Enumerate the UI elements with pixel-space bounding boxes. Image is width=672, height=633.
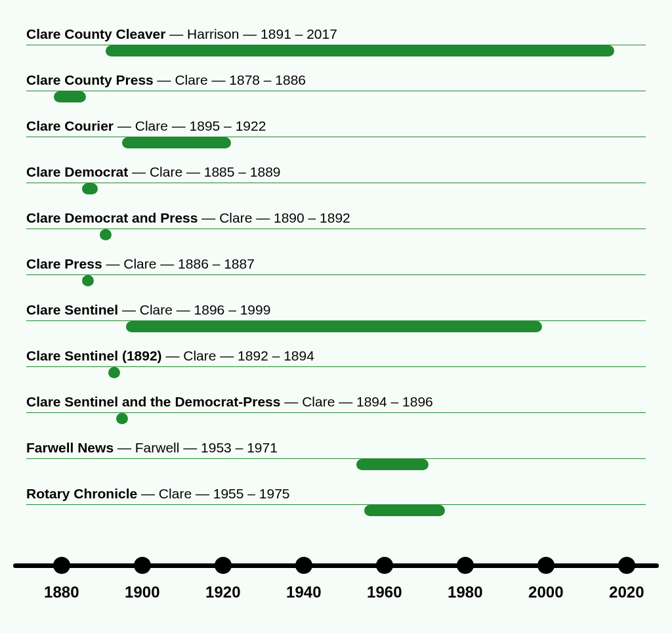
- publication-name: Clare Democrat and Press: [26, 210, 198, 225]
- axis-tick: [134, 557, 151, 574]
- row-underline: [26, 274, 646, 275]
- publication-meta: — Clare — 1890 – 1892: [198, 210, 350, 225]
- publication-meta: — Clare — 1878 – 1886: [154, 72, 306, 87]
- axis-tick: [618, 557, 635, 574]
- timeline-row: Clare County Press — Clare — 1878 – 1886: [26, 72, 646, 118]
- row-underline: [26, 458, 646, 459]
- axis-tick: [295, 557, 312, 574]
- timeline-bar: [100, 229, 112, 240]
- publication-meta: — Clare — 1955 – 1975: [137, 486, 289, 501]
- row-label: Rotary Chronicle — Clare — 1955 – 1975: [26, 486, 646, 504]
- timeline-rows: Clare County Cleaver — Harrison — 1891 –…: [26, 26, 646, 532]
- timeline-row: Rotary Chronicle — Clare — 1955 – 1975: [26, 486, 646, 532]
- row-label: Farwell News — Farwell — 1953 – 1971: [26, 440, 646, 458]
- row-underline: [26, 137, 646, 137]
- timeline-row: Clare Democrat — Clare — 1885 – 1889: [26, 164, 646, 210]
- row-label: Clare Courier — Clare — 1895 – 1922: [26, 118, 646, 137]
- axis-tick: [457, 557, 474, 574]
- publication-meta: — Clare — 1892 – 1894: [162, 348, 314, 363]
- axis-tick: [376, 557, 393, 574]
- axis-tick: [53, 557, 70, 574]
- timeline-bar: [82, 275, 94, 286]
- publication-name: Clare Press: [26, 256, 102, 271]
- timeline-bar: [106, 45, 614, 56]
- row-underline: [26, 183, 646, 183]
- publication-meta: — Clare — 1894 – 1896: [280, 394, 432, 409]
- publication-name: Clare Sentinel and the Democrat-Press: [26, 394, 280, 409]
- row-label: Clare Press — Clare — 1886 – 1887: [26, 256, 646, 274]
- timeline-row: Clare Sentinel (1892) — Clare — 1892 – 1…: [26, 348, 646, 394]
- publication-name: Clare Courier: [26, 118, 114, 133]
- timeline-bar: [108, 367, 120, 378]
- publication-meta: — Clare — 1886 – 1887: [102, 256, 255, 271]
- axis-line: 18801900192019401960198020002020: [13, 563, 659, 568]
- timeline-bar: [54, 91, 86, 102]
- row-label: Clare County Cleaver — Harrison — 1891 –…: [26, 26, 646, 45]
- publication-name: Clare County Cleaver: [26, 26, 165, 41]
- row-underline: [26, 91, 646, 91]
- timeline-row: Clare Democrat and Press — Clare — 1890 …: [26, 210, 646, 256]
- publication-meta: — Harrison — 1891 – 2017: [165, 26, 337, 41]
- publication-name: Clare Sentinel (1892): [26, 348, 162, 363]
- timeline-bar: [126, 321, 541, 332]
- timeline-bar: [116, 413, 128, 424]
- publication-name: Farwell News: [26, 440, 114, 455]
- timeline-row: Clare Press — Clare — 1886 – 1887: [26, 256, 646, 302]
- axis-tick: [215, 557, 232, 574]
- publication-meta: — Clare — 1895 – 1922: [114, 118, 266, 133]
- row-label: Clare Sentinel — Clare — 1896 – 1999: [26, 302, 646, 320]
- timeline-row: Clare Sentinel and the Democrat-Press — …: [26, 394, 646, 440]
- axis-tick-label: 1960: [367, 583, 402, 601]
- axis-tick-label: 1980: [448, 583, 482, 601]
- row-underline: [26, 504, 646, 505]
- publication-meta: — Farwell — 1953 – 1971: [114, 440, 278, 455]
- timeline-bar: [82, 183, 98, 194]
- axis-tick-label: 1940: [286, 583, 321, 601]
- row-label: Clare Sentinel (1892) — Clare — 1892 – 1…: [26, 348, 646, 366]
- row-label: Clare Democrat and Press — Clare — 1890 …: [26, 210, 646, 229]
- timeline-row: Clare County Cleaver — Harrison — 1891 –…: [26, 26, 646, 72]
- axis-tick-label: 2020: [609, 583, 644, 601]
- publication-name: Clare Sentinel: [26, 302, 118, 317]
- timeline-row: Clare Courier — Clare — 1895 – 1922: [26, 118, 646, 164]
- timeline-bar: [364, 505, 445, 516]
- row-underline: [26, 229, 646, 229]
- timeline-row: Farwell News — Farwell — 1953 – 1971: [26, 440, 646, 486]
- axis-tick-label: 1900: [125, 583, 159, 601]
- publication-name: Clare County Press: [26, 72, 154, 87]
- axis-tick-label: 1920: [205, 583, 240, 601]
- row-label: Clare County Press — Clare — 1878 – 1886: [26, 72, 646, 91]
- row-label: Clare Sentinel and the Democrat-Press — …: [26, 394, 646, 412]
- axis-tick-label: 1880: [44, 583, 79, 601]
- x-axis: 18801900192019401960198020002020: [13, 563, 659, 568]
- timeline-bar: [356, 459, 429, 470]
- publication-meta: — Clare — 1896 – 1999: [118, 302, 270, 317]
- publication-name: Rotary Chronicle: [26, 486, 137, 501]
- axis-tick-label: 2000: [528, 583, 563, 601]
- row-label: Clare Democrat — Clare — 1885 – 1889: [26, 164, 646, 183]
- publication-meta: — Clare — 1885 – 1889: [128, 164, 280, 179]
- axis-tick: [537, 557, 555, 574]
- timeline-row: Clare Sentinel — Clare — 1896 – 1999: [26, 302, 646, 348]
- timeline-bar: [122, 137, 231, 148]
- publication-name: Clare Democrat: [26, 164, 128, 179]
- row-underline: [26, 366, 646, 367]
